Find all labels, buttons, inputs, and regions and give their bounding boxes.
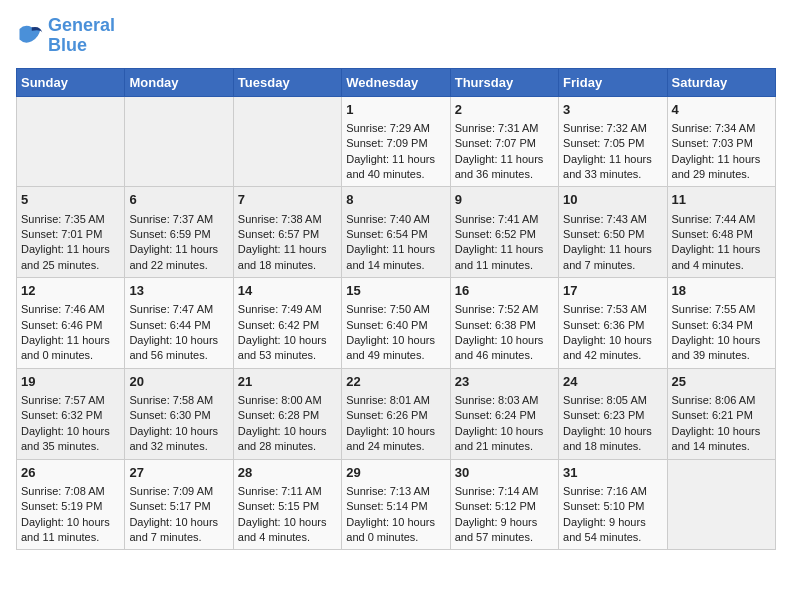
day-info: Sunrise: 7:13 AM [346, 484, 445, 499]
day-info: Sunset: 6:48 PM [672, 227, 771, 242]
day-number: 5 [21, 191, 120, 209]
day-info: Sunset: 6:32 PM [21, 408, 120, 423]
day-info: Daylight: 10 hours and 35 minutes. [21, 424, 120, 455]
col-header-wednesday: Wednesday [342, 68, 450, 96]
col-header-thursday: Thursday [450, 68, 558, 96]
col-header-saturday: Saturday [667, 68, 775, 96]
calendar-cell: 10Sunrise: 7:43 AMSunset: 6:50 PMDayligh… [559, 187, 667, 278]
header-row: SundayMondayTuesdayWednesdayThursdayFrid… [17, 68, 776, 96]
day-info: Daylight: 11 hours and 25 minutes. [21, 242, 120, 273]
day-number: 10 [563, 191, 662, 209]
calendar-cell [667, 459, 775, 550]
day-number: 2 [455, 101, 554, 119]
day-info: Sunset: 5:15 PM [238, 499, 337, 514]
day-info: Daylight: 11 hours and 40 minutes. [346, 152, 445, 183]
calendar-cell: 14Sunrise: 7:49 AMSunset: 6:42 PMDayligh… [233, 278, 341, 369]
day-info: Daylight: 10 hours and 4 minutes. [238, 515, 337, 546]
week-row-4: 19Sunrise: 7:57 AMSunset: 6:32 PMDayligh… [17, 368, 776, 459]
day-info: Daylight: 11 hours and 7 minutes. [563, 242, 662, 273]
day-info: Sunrise: 7:34 AM [672, 121, 771, 136]
day-number: 30 [455, 464, 554, 482]
day-info: Sunset: 5:10 PM [563, 499, 662, 514]
calendar-cell: 25Sunrise: 8:06 AMSunset: 6:21 PMDayligh… [667, 368, 775, 459]
day-number: 28 [238, 464, 337, 482]
day-info: Daylight: 9 hours and 54 minutes. [563, 515, 662, 546]
calendar-cell: 22Sunrise: 8:01 AMSunset: 6:26 PMDayligh… [342, 368, 450, 459]
day-number: 21 [238, 373, 337, 391]
day-number: 31 [563, 464, 662, 482]
day-number: 8 [346, 191, 445, 209]
calendar-cell: 29Sunrise: 7:13 AMSunset: 5:14 PMDayligh… [342, 459, 450, 550]
day-info: Sunrise: 8:01 AM [346, 393, 445, 408]
day-info: Sunset: 6:21 PM [672, 408, 771, 423]
calendar-cell: 5Sunrise: 7:35 AMSunset: 7:01 PMDaylight… [17, 187, 125, 278]
day-info: Sunset: 7:05 PM [563, 136, 662, 151]
day-info: Sunset: 6:40 PM [346, 318, 445, 333]
day-info: Sunrise: 7:53 AM [563, 302, 662, 317]
day-info: Daylight: 10 hours and 32 minutes. [129, 424, 228, 455]
day-info: Sunset: 5:17 PM [129, 499, 228, 514]
page-header: General Blue [16, 16, 776, 56]
day-info: Sunset: 5:14 PM [346, 499, 445, 514]
day-info: Daylight: 10 hours and 11 minutes. [21, 515, 120, 546]
day-info: Daylight: 11 hours and 18 minutes. [238, 242, 337, 273]
day-info: Sunset: 6:59 PM [129, 227, 228, 242]
calendar-cell: 23Sunrise: 8:03 AMSunset: 6:24 PMDayligh… [450, 368, 558, 459]
day-info: Daylight: 10 hours and 49 minutes. [346, 333, 445, 364]
day-info: Sunrise: 7:29 AM [346, 121, 445, 136]
day-number: 27 [129, 464, 228, 482]
day-info: Daylight: 11 hours and 22 minutes. [129, 242, 228, 273]
day-info: Daylight: 11 hours and 4 minutes. [672, 242, 771, 273]
calendar-cell: 9Sunrise: 7:41 AMSunset: 6:52 PMDaylight… [450, 187, 558, 278]
day-info: Sunset: 6:54 PM [346, 227, 445, 242]
calendar-cell: 16Sunrise: 7:52 AMSunset: 6:38 PMDayligh… [450, 278, 558, 369]
day-info: Daylight: 9 hours and 57 minutes. [455, 515, 554, 546]
day-info: Sunrise: 7:08 AM [21, 484, 120, 499]
day-info: Daylight: 10 hours and 28 minutes. [238, 424, 337, 455]
day-number: 11 [672, 191, 771, 209]
day-info: Daylight: 11 hours and 36 minutes. [455, 152, 554, 183]
day-number: 16 [455, 282, 554, 300]
day-number: 6 [129, 191, 228, 209]
calendar-cell: 26Sunrise: 7:08 AMSunset: 5:19 PMDayligh… [17, 459, 125, 550]
day-number: 26 [21, 464, 120, 482]
calendar-cell: 2Sunrise: 7:31 AMSunset: 7:07 PMDaylight… [450, 96, 558, 187]
day-info: Sunset: 6:38 PM [455, 318, 554, 333]
day-info: Sunset: 6:52 PM [455, 227, 554, 242]
day-info: Sunrise: 7:52 AM [455, 302, 554, 317]
day-number: 25 [672, 373, 771, 391]
week-row-1: 1Sunrise: 7:29 AMSunset: 7:09 PMDaylight… [17, 96, 776, 187]
calendar-cell: 8Sunrise: 7:40 AMSunset: 6:54 PMDaylight… [342, 187, 450, 278]
day-number: 4 [672, 101, 771, 119]
logo: General Blue [16, 16, 115, 56]
day-info: Sunrise: 8:05 AM [563, 393, 662, 408]
day-info: Daylight: 10 hours and 18 minutes. [563, 424, 662, 455]
day-info: Sunset: 5:19 PM [21, 499, 120, 514]
day-number: 20 [129, 373, 228, 391]
day-info: Sunset: 6:28 PM [238, 408, 337, 423]
calendar-cell: 31Sunrise: 7:16 AMSunset: 5:10 PMDayligh… [559, 459, 667, 550]
day-info: Daylight: 11 hours and 14 minutes. [346, 242, 445, 273]
day-info: Daylight: 10 hours and 7 minutes. [129, 515, 228, 546]
day-info: Daylight: 11 hours and 33 minutes. [563, 152, 662, 183]
day-info: Daylight: 11 hours and 0 minutes. [21, 333, 120, 364]
day-info: Sunset: 6:44 PM [129, 318, 228, 333]
day-info: Sunrise: 7:46 AM [21, 302, 120, 317]
day-info: Daylight: 10 hours and 56 minutes. [129, 333, 228, 364]
day-info: Sunset: 6:26 PM [346, 408, 445, 423]
day-number: 9 [455, 191, 554, 209]
day-info: Sunrise: 7:50 AM [346, 302, 445, 317]
calendar-cell: 11Sunrise: 7:44 AMSunset: 6:48 PMDayligh… [667, 187, 775, 278]
day-info: Daylight: 11 hours and 29 minutes. [672, 152, 771, 183]
calendar-cell [17, 96, 125, 187]
week-row-5: 26Sunrise: 7:08 AMSunset: 5:19 PMDayligh… [17, 459, 776, 550]
logo-icon [16, 22, 44, 50]
day-info: Daylight: 10 hours and 46 minutes. [455, 333, 554, 364]
day-info: Sunset: 6:30 PM [129, 408, 228, 423]
calendar-table: SundayMondayTuesdayWednesdayThursdayFrid… [16, 68, 776, 551]
day-number: 22 [346, 373, 445, 391]
calendar-cell: 21Sunrise: 8:00 AMSunset: 6:28 PMDayligh… [233, 368, 341, 459]
day-info: Sunset: 6:36 PM [563, 318, 662, 333]
col-header-friday: Friday [559, 68, 667, 96]
day-info: Sunset: 7:07 PM [455, 136, 554, 151]
